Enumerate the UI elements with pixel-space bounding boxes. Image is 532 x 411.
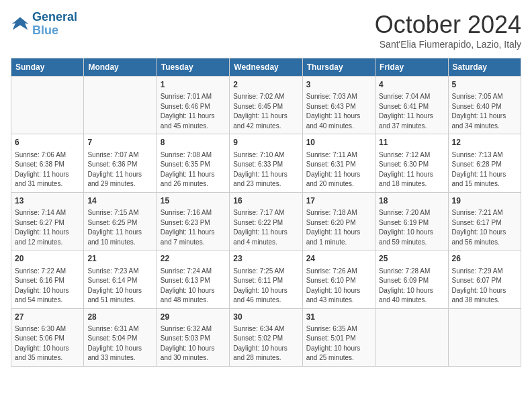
calendar-cell: 3Sunrise: 7:03 AM Sunset: 6:43 PM Daylig… (302, 77, 375, 134)
day-info: Sunrise: 7:17 AM Sunset: 6:22 PM Dayligh… (233, 208, 298, 247)
calendar-cell: 17Sunrise: 7:18 AM Sunset: 6:20 PM Dayli… (302, 192, 375, 250)
calendar-cell: 19Sunrise: 7:21 AM Sunset: 6:17 PM Dayli… (448, 192, 521, 250)
day-number: 4 (379, 79, 444, 91)
calendar-cell: 30Sunrise: 6:34 AM Sunset: 5:02 PM Dayli… (230, 308, 302, 366)
day-number: 12 (452, 137, 517, 148)
logo-text: General Blue (32, 11, 77, 38)
day-info: Sunrise: 7:07 AM Sunset: 6:36 PM Dayligh… (87, 150, 152, 189)
day-number: 29 (161, 312, 226, 323)
day-number: 14 (87, 195, 152, 207)
weekday-header-monday: Monday (84, 58, 157, 77)
weekday-header-sunday: Sunday (11, 58, 84, 77)
calendar-week-4: 20Sunrise: 7:22 AM Sunset: 6:16 PM Dayli… (11, 250, 521, 308)
day-number: 30 (233, 312, 298, 323)
day-info: Sunrise: 7:22 AM Sunset: 6:16 PM Dayligh… (15, 267, 80, 306)
calendar-cell: 12Sunrise: 7:13 AM Sunset: 6:28 PM Dayli… (448, 134, 521, 192)
calendar-cell: 26Sunrise: 7:29 AM Sunset: 6:07 PM Dayli… (448, 250, 521, 308)
day-info: Sunrise: 6:35 AM Sunset: 5:01 PM Dayligh… (306, 324, 371, 363)
day-info: Sunrise: 7:18 AM Sunset: 6:20 PM Dayligh… (306, 208, 371, 247)
calendar-cell: 8Sunrise: 7:08 AM Sunset: 6:35 PM Daylig… (157, 134, 229, 192)
day-info: Sunrise: 7:12 AM Sunset: 6:30 PM Dayligh… (379, 150, 444, 189)
calendar-body: 1Sunrise: 7:01 AM Sunset: 6:46 PM Daylig… (11, 77, 521, 367)
calendar-cell: 14Sunrise: 7:15 AM Sunset: 6:25 PM Dayli… (84, 192, 157, 250)
day-number: 11 (379, 137, 444, 148)
logo-bird-icon (11, 15, 30, 34)
day-number: 7 (87, 137, 152, 148)
day-number: 1 (161, 79, 226, 91)
weekday-header-tuesday: Tuesday (157, 58, 229, 77)
day-info: Sunrise: 7:14 AM Sunset: 6:27 PM Dayligh… (15, 208, 80, 247)
day-number: 8 (161, 137, 226, 148)
calendar-week-1: 1Sunrise: 7:01 AM Sunset: 6:46 PM Daylig… (11, 77, 521, 134)
day-number: 26 (452, 253, 517, 265)
weekday-header-friday: Friday (375, 58, 448, 77)
day-number: 15 (161, 195, 226, 207)
logo: General Blue (11, 11, 77, 38)
page-header: General Blue October 2024 Sant'Elia Fium… (11, 11, 521, 50)
day-number: 23 (233, 253, 298, 265)
calendar-cell: 6Sunrise: 7:06 AM Sunset: 6:38 PM Daylig… (11, 134, 84, 192)
calendar-week-3: 13Sunrise: 7:14 AM Sunset: 6:27 PM Dayli… (11, 192, 521, 250)
weekday-header-row: SundayMondayTuesdayWednesdayThursdayFrid… (11, 58, 521, 77)
day-info: Sunrise: 6:31 AM Sunset: 5:04 PM Dayligh… (87, 324, 152, 363)
calendar-cell: 18Sunrise: 7:20 AM Sunset: 6:19 PM Dayli… (375, 192, 448, 250)
calendar-cell: 11Sunrise: 7:12 AM Sunset: 6:30 PM Dayli… (375, 134, 448, 192)
day-number: 20 (15, 253, 80, 265)
weekday-header-wednesday: Wednesday (230, 58, 302, 77)
day-info: Sunrise: 6:32 AM Sunset: 5:03 PM Dayligh… (161, 324, 226, 363)
calendar-cell: 10Sunrise: 7:11 AM Sunset: 6:31 PM Dayli… (302, 134, 375, 192)
calendar-cell: 23Sunrise: 7:25 AM Sunset: 6:11 PM Dayli… (230, 250, 302, 308)
day-info: Sunrise: 6:34 AM Sunset: 5:02 PM Dayligh… (233, 324, 298, 363)
day-number: 31 (306, 312, 371, 323)
day-info: Sunrise: 7:15 AM Sunset: 6:25 PM Dayligh… (87, 208, 152, 247)
weekday-header-thursday: Thursday (302, 58, 375, 77)
day-number: 25 (379, 253, 444, 265)
day-info: Sunrise: 7:23 AM Sunset: 6:14 PM Dayligh… (87, 267, 152, 306)
day-info: Sunrise: 7:01 AM Sunset: 6:46 PM Dayligh… (161, 92, 226, 131)
day-number: 9 (233, 137, 298, 148)
day-info: Sunrise: 7:08 AM Sunset: 6:35 PM Dayligh… (161, 150, 226, 189)
calendar-cell (11, 77, 84, 134)
calendar-cell: 25Sunrise: 7:28 AM Sunset: 6:09 PM Dayli… (375, 250, 448, 308)
title-block: October 2024 Sant'Elia Fiumerapido, Lazi… (375, 11, 521, 50)
day-info: Sunrise: 7:24 AM Sunset: 6:13 PM Dayligh… (161, 267, 226, 306)
calendar-cell: 2Sunrise: 7:02 AM Sunset: 6:45 PM Daylig… (230, 77, 302, 134)
calendar-table: SundayMondayTuesdayWednesdayThursdayFrid… (11, 58, 521, 367)
day-info: Sunrise: 7:26 AM Sunset: 6:10 PM Dayligh… (306, 267, 371, 306)
day-info: Sunrise: 7:13 AM Sunset: 6:28 PM Dayligh… (452, 150, 517, 189)
calendar-cell: 7Sunrise: 7:07 AM Sunset: 6:36 PM Daylig… (84, 134, 157, 192)
calendar-cell: 28Sunrise: 6:31 AM Sunset: 5:04 PM Dayli… (84, 308, 157, 366)
calendar-cell: 16Sunrise: 7:17 AM Sunset: 6:22 PM Dayli… (230, 192, 302, 250)
calendar-cell (448, 308, 521, 366)
day-info: Sunrise: 7:28 AM Sunset: 6:09 PM Dayligh… (379, 267, 444, 306)
day-number: 27 (15, 312, 80, 323)
day-info: Sunrise: 7:05 AM Sunset: 6:40 PM Dayligh… (452, 92, 517, 131)
day-info: Sunrise: 7:03 AM Sunset: 6:43 PM Dayligh… (306, 92, 371, 131)
calendar-cell: 20Sunrise: 7:22 AM Sunset: 6:16 PM Dayli… (11, 250, 84, 308)
day-number: 19 (452, 195, 517, 207)
calendar-cell (84, 77, 157, 134)
calendar-cell: 15Sunrise: 7:16 AM Sunset: 6:23 PM Dayli… (157, 192, 229, 250)
calendar-cell: 5Sunrise: 7:05 AM Sunset: 6:40 PM Daylig… (448, 77, 521, 134)
day-info: Sunrise: 7:20 AM Sunset: 6:19 PM Dayligh… (379, 208, 444, 247)
calendar-cell: 24Sunrise: 7:26 AM Sunset: 6:10 PM Dayli… (302, 250, 375, 308)
svg-marker-0 (11, 17, 28, 30)
calendar-cell: 27Sunrise: 6:30 AM Sunset: 5:06 PM Dayli… (11, 308, 84, 366)
day-number: 6 (15, 137, 80, 148)
calendar-cell: 29Sunrise: 6:32 AM Sunset: 5:03 PM Dayli… (157, 308, 229, 366)
day-info: Sunrise: 7:16 AM Sunset: 6:23 PM Dayligh… (161, 208, 226, 247)
day-number: 22 (161, 253, 226, 265)
day-number: 16 (233, 195, 298, 207)
calendar-week-5: 27Sunrise: 6:30 AM Sunset: 5:06 PM Dayli… (11, 308, 521, 366)
day-number: 17 (306, 195, 371, 207)
day-number: 5 (452, 79, 517, 91)
day-number: 10 (306, 137, 371, 148)
weekday-header-saturday: Saturday (448, 58, 521, 77)
day-info: Sunrise: 7:06 AM Sunset: 6:38 PM Dayligh… (15, 150, 80, 189)
day-number: 2 (233, 79, 298, 91)
day-info: Sunrise: 7:21 AM Sunset: 6:17 PM Dayligh… (452, 208, 517, 247)
day-info: Sunrise: 7:02 AM Sunset: 6:45 PM Dayligh… (233, 92, 298, 131)
calendar-cell: 31Sunrise: 6:35 AM Sunset: 5:01 PM Dayli… (302, 308, 375, 366)
day-number: 28 (87, 312, 152, 323)
day-info: Sunrise: 7:04 AM Sunset: 6:41 PM Dayligh… (379, 92, 444, 131)
